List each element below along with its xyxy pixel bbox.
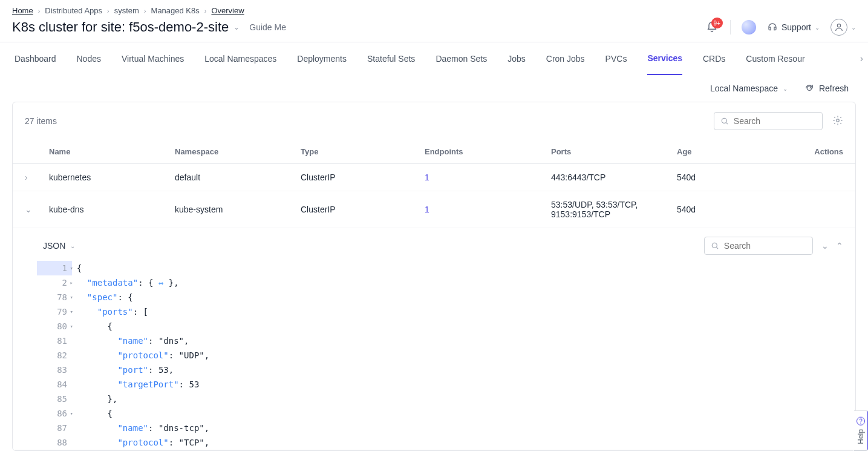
cell-age: 540d: [677, 205, 795, 214]
tab-local-namespaces[interactable]: Local Namespaces: [204, 43, 276, 74]
detail-search-input[interactable]: [724, 241, 806, 251]
line-number: 80▾: [37, 319, 72, 334]
tab-daemon-sets[interactable]: Daemon Sets: [436, 43, 487, 74]
tabs: DashboardNodesVirtual MachinesLocal Name…: [0, 42, 868, 75]
line-number: 84: [37, 377, 72, 392]
refresh-icon: [804, 84, 814, 93]
avatar: [830, 19, 847, 36]
search-input[interactable]: [734, 116, 816, 126]
tab-custom-resour[interactable]: Custom Resour: [746, 43, 804, 74]
endpoints-link[interactable]: 1: [425, 205, 429, 214]
row-expand-toggle[interactable]: ›: [25, 173, 49, 182]
detail-search[interactable]: [704, 237, 813, 255]
breadcrumb-item[interactable]: Home: [12, 6, 33, 15]
refresh-button[interactable]: Refresh: [804, 84, 849, 93]
tab-dashboard[interactable]: Dashboard: [15, 43, 56, 74]
namespace-selector[interactable]: Local Namespace ⌄: [710, 84, 788, 93]
support-menu[interactable]: Support ⌄: [767, 22, 820, 33]
tabs-scroll-right[interactable]: ›: [860, 53, 863, 64]
code-line: "metadata": { ↔ },: [72, 275, 179, 290]
row-detail: JSON⌄⌄⌃1▾{2▸ "metadata": { ↔ },78▾ "spec…: [13, 228, 855, 450]
col-namespace[interactable]: Namespace: [175, 147, 301, 156]
search-icon: [711, 241, 719, 251]
col-name[interactable]: Name: [49, 147, 175, 156]
chevron-down-icon: ⌄: [70, 243, 75, 249]
col-endpoints[interactable]: Endpoints: [425, 147, 551, 156]
notifications-button[interactable]: 9+: [705, 20, 719, 35]
page-title[interactable]: K8s cluster for site: f5os-demo-2-site ⌄: [12, 19, 240, 35]
row-expand-toggle[interactable]: ⌄: [25, 205, 49, 214]
fold-toggle[interactable]: ▾: [70, 290, 73, 304]
line-number: 85: [37, 392, 72, 406]
tab-deployments[interactable]: Deployments: [297, 43, 347, 74]
tab-stateful-sets[interactable]: Stateful Sets: [367, 43, 415, 74]
breadcrumb-item: Managed K8s: [151, 6, 200, 15]
refresh-label: Refresh: [819, 84, 849, 93]
breadcrumb: Home›Distributed Apps›system›Managed K8s…: [12, 6, 856, 15]
tab-services[interactable]: Services: [647, 42, 682, 75]
svg-point-0: [837, 24, 840, 27]
table-settings-button[interactable]: [832, 115, 843, 128]
line-number: 86▾: [37, 406, 72, 421]
col-age[interactable]: Age: [677, 147, 795, 156]
fold-toggle[interactable]: ▾: [70, 319, 73, 334]
tab-pvcs[interactable]: PVCs: [605, 43, 627, 74]
separator: [730, 20, 731, 35]
svg-point-1: [722, 118, 726, 123]
line-number: 78▾: [37, 290, 72, 304]
tab-crds[interactable]: CRDs: [703, 43, 725, 74]
cell-namespace: default: [175, 173, 301, 182]
code-line: "targetPort": 53: [72, 377, 199, 392]
code-line: "name": "dns-tcp",: [72, 421, 209, 435]
fold-toggle[interactable]: ▾: [70, 406, 73, 421]
fold-toggle[interactable]: ▾: [70, 304, 73, 319]
headset-icon: [767, 22, 778, 33]
chevron-right-icon: ›: [204, 7, 207, 15]
col-type[interactable]: Type: [301, 147, 425, 156]
page-title-text: K8s cluster for site: f5os-demo-2-site: [12, 19, 229, 35]
endpoints-link[interactable]: 1: [425, 173, 429, 182]
chevron-down-icon: ⌄: [815, 24, 820, 31]
namespace-selector-label: Local Namespace: [710, 84, 778, 93]
user-icon: [834, 22, 844, 32]
line-number: 2▸: [37, 275, 72, 290]
breadcrumb-item: system: [114, 6, 139, 15]
code-line: },: [72, 392, 117, 406]
chevron-down-icon: ⌄: [851, 24, 856, 31]
search-icon: [720, 116, 729, 126]
cell-name: kubernetes: [49, 173, 175, 182]
guide-me-link[interactable]: Guide Me: [249, 22, 286, 32]
format-label: JSON: [43, 241, 65, 251]
code-line: "protocol": "TCP",: [72, 435, 209, 450]
detail-next[interactable]: ⌃: [836, 241, 843, 251]
detail-prev[interactable]: ⌄: [821, 241, 829, 251]
svg-point-3: [712, 243, 717, 248]
help-tab[interactable]: Help ?: [854, 410, 868, 451]
chevron-right-icon: ›: [144, 7, 146, 15]
user-menu[interactable]: ⌄: [830, 19, 856, 36]
code-line: "port": 53,: [72, 363, 174, 377]
tenant-switcher[interactable]: [742, 20, 756, 35]
notification-badge: 9+: [711, 18, 723, 28]
tab-virtual-machines[interactable]: Virtual Machines: [122, 43, 184, 74]
col-ports[interactable]: Ports: [551, 147, 677, 156]
tab-nodes[interactable]: Nodes: [77, 43, 101, 74]
breadcrumb-item[interactable]: Overview: [211, 6, 244, 15]
format-selector[interactable]: JSON⌄: [37, 241, 75, 251]
cell-namespace: kube-system: [175, 205, 301, 214]
tab-jobs[interactable]: Jobs: [507, 43, 526, 74]
line-number: 81: [37, 334, 72, 348]
table-search[interactable]: [714, 112, 823, 130]
code-line: "ports": [: [72, 304, 148, 319]
chevron-right-icon: ›: [38, 7, 41, 15]
table-row: ⌄kube-dnskube-systemClusterIP153:53/UDP,…: [13, 191, 855, 228]
line-number: 87: [37, 421, 72, 435]
fold-toggle[interactable]: ▾: [70, 261, 73, 275]
cell-endpoints: 1: [425, 173, 551, 182]
code-line: "protocol": "UDP",: [72, 348, 209, 363]
json-viewer[interactable]: 1▾{2▸ "metadata": { ↔ },78▾ "spec": {79▾…: [37, 261, 843, 450]
code-line: {: [72, 319, 113, 334]
code-line: "name": "dns",: [72, 334, 189, 348]
fold-toggle[interactable]: ▸: [70, 275, 73, 290]
tab-cron-jobs[interactable]: Cron Jobs: [546, 43, 585, 74]
